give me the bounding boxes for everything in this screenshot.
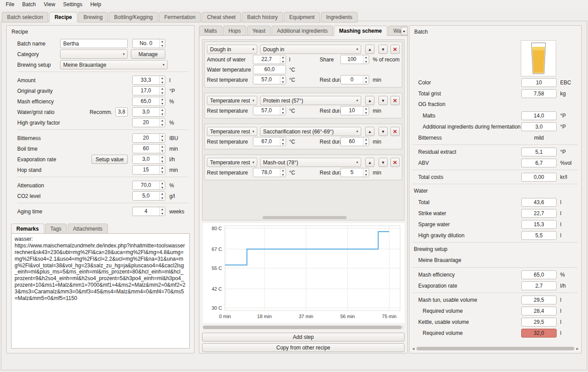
boil-time-spinbox-up-arrow-icon[interactable]: ▴ (160, 144, 165, 149)
amount-spinbox-down-arrow-icon[interactable]: ▾ (160, 80, 165, 85)
aging-time-spinbox[interactable]: 4▴▾ (132, 207, 165, 216)
rest-temperature-spinbox-value[interactable]: 67,0 (253, 137, 280, 146)
hop-stand-spinbox[interactable]: 15▴▾ (132, 165, 165, 175)
rest-temperature-spinbox-value[interactable]: 78,0 (253, 168, 280, 177)
bitterness-spinbox-up-arrow-icon[interactable]: ▴ (160, 134, 165, 138)
step-preset-select[interactable]: Dough in▾ (260, 45, 361, 54)
add-step-button[interactable]: Add step (202, 333, 405, 342)
amount-of-water-spinbox[interactable]: 22,7▴▾ (253, 55, 286, 64)
rest-temperature-spinbox[interactable]: 78,0▴▾ (253, 168, 286, 177)
rest-temperature-spinbox-up-arrow-icon[interactable]: ▴ (280, 106, 286, 111)
category-select[interactable]: ▾ (60, 49, 128, 59)
delete-step-button[interactable]: ✕ (390, 127, 400, 136)
mash-tun-usable-volume-field[interactable]: 29,5 (521, 296, 557, 304)
rest-temperature-spinbox[interactable]: 67,0▴▾ (253, 137, 286, 146)
amount-spinbox-up-arrow-icon[interactable]: ▴ (160, 76, 165, 80)
menu-settings[interactable]: Settings (59, 0, 86, 9)
tab-recipe[interactable]: Recipe (49, 12, 77, 23)
water-grist-ratio-spinbox[interactable]: 3,0▴▾ (132, 107, 165, 117)
tab-scroll-right-button[interactable]: ▸ (401, 27, 408, 35)
original-gravity-spinbox[interactable]: 17,0▴▾ (132, 86, 165, 95)
scrollbar-track[interactable] (416, 347, 574, 350)
step-type-select[interactable]: Temperature rest▾ (207, 127, 257, 136)
tab-fermentation[interactable]: Fermentation (159, 12, 201, 23)
rest-duration-spinbox-up-arrow-icon[interactable]: ▴ (363, 106, 369, 111)
hop-stand-spinbox-down-arrow-icon[interactable]: ▾ (160, 170, 165, 175)
tab-batch-history[interactable]: Batch history (242, 12, 283, 23)
batch-no-spinbox-down-arrow-icon[interactable]: ▾ (160, 44, 165, 48)
share-spinbox-up-arrow-icon[interactable]: ▴ (363, 55, 369, 60)
tab-bottling-kegging[interactable]: Bottling/Kegging (109, 12, 158, 23)
rest-duration-spinbox-down-arrow-icon[interactable]: ▾ (363, 173, 369, 177)
menu-help[interactable]: Help (86, 0, 105, 9)
tab-brewing[interactable]: Brewing (78, 12, 108, 23)
aging-time-spinbox-down-arrow-icon[interactable]: ▾ (160, 212, 165, 216)
batch-no-spinbox[interactable]: No. 0▴▾ (132, 39, 165, 48)
rest-temperature-spinbox-value[interactable]: 57,0 (253, 106, 280, 115)
original-gravity-spinbox-down-arrow-icon[interactable]: ▾ (160, 91, 165, 95)
batch-name-input[interactable] (60, 39, 128, 48)
step-preset-select[interactable]: Saccharification rest (66°-69°)▾ (260, 127, 361, 136)
mash-efficiency-field[interactable]: 65,0 (521, 270, 557, 279)
rest-temperature-spinbox[interactable]: 57,0▴▾ (253, 106, 286, 115)
share-spinbox-value[interactable]: 100 (341, 55, 363, 64)
move-step-down-button[interactable]: ▼ (378, 96, 388, 105)
tab-attachments[interactable]: Attachments (68, 224, 108, 234)
original-gravity-spinbox-value[interactable]: 17,0 (133, 87, 159, 95)
rest-temperature-spinbox-down-arrow-icon[interactable]: ▾ (280, 80, 286, 84)
scrollbar-thumb[interactable] (203, 326, 401, 329)
mash-efficiency-spinbox[interactable]: 65,0▴▾ (132, 97, 165, 106)
hop-stand-spinbox-up-arrow-icon[interactable]: ▴ (160, 166, 165, 170)
chart-horizontal-scrollbar[interactable] (203, 326, 404, 329)
batch-no-spinbox-up-arrow-icon[interactable]: ▴ (160, 39, 165, 44)
delete-step-button[interactable]: ✕ (390, 96, 400, 105)
malts-field[interactable]: 14,0 (521, 111, 557, 120)
required-volume-field[interactable]: 28,4 (521, 307, 557, 315)
delete-step-button[interactable]: ✕ (390, 158, 400, 167)
summary-horizontal-scrollbar[interactable]: ◂ ▸ (411, 346, 580, 351)
batch-no-spinbox-value[interactable]: No. 0 (133, 39, 159, 48)
strike-water-field[interactable]: 22,7 (521, 209, 557, 218)
rest-temperature-spinbox-down-arrow-icon[interactable]: ▾ (280, 142, 286, 146)
amount-of-water-spinbox-value[interactable]: 22,7 (253, 55, 280, 64)
water-grist-ratio-spinbox-value[interactable]: 3,0 (133, 108, 159, 116)
water-grist-ratio-spinbox-down-arrow-icon[interactable]: ▾ (160, 112, 165, 117)
tab-batch-selection[interactable]: Batch selection (2, 12, 48, 23)
rest-duration-spinbox[interactable]: 10▴▾ (340, 106, 369, 115)
rest-duration-spinbox-value[interactable]: 5 (341, 168, 363, 177)
high-gravity-dilution-field[interactable]: 5,5 (521, 231, 557, 240)
rest-duration-spinbox-value[interactable]: 10 (341, 106, 363, 115)
tab-equipment[interactable]: Equipment (284, 12, 320, 23)
rest-duration-spinbox-up-arrow-icon[interactable]: ▴ (363, 76, 369, 80)
step-preset-select[interactable]: Protein rest (57°)▾ (260, 96, 361, 105)
mash-efficiency-spinbox-value[interactable]: 65,0 (133, 97, 159, 106)
remarks-textarea[interactable]: wasser: https://www.maischemalzundmehr.d… (11, 233, 190, 349)
co2-level-spinbox-down-arrow-icon[interactable]: ▾ (160, 196, 165, 201)
move-step-up-button[interactable]: ▲ (365, 158, 374, 167)
scrollbar-thumb[interactable] (416, 347, 574, 350)
total-grist-field[interactable]: 7,58 (521, 89, 557, 98)
kettle-usable-volume-field[interactable]: 29,5 (521, 318, 557, 326)
menu-file[interactable]: File (2, 0, 18, 9)
tab-hops[interactable]: Hops (223, 26, 246, 36)
tab-mashing-scheme[interactable]: Mashing scheme (334, 26, 387, 36)
attenuation-spinbox-down-arrow-icon[interactable]: ▾ (160, 186, 165, 190)
bitterness-spinbox-down-arrow-icon[interactable]: ▾ (160, 138, 165, 143)
water-temperature-input[interactable]: 60,0 (253, 65, 286, 74)
rest-temperature-spinbox-up-arrow-icon[interactable]: ▴ (280, 76, 286, 80)
share-spinbox-down-arrow-icon[interactable]: ▾ (363, 60, 369, 64)
sparge-water-field[interactable]: 15,3 (521, 220, 557, 229)
rest-duration-spinbox-down-arrow-icon[interactable]: ▾ (363, 80, 369, 84)
evaporation-rate-spinbox[interactable]: 3,0▴▾ (132, 155, 165, 164)
scroll-right-arrow-icon[interactable]: ▸ (575, 346, 580, 351)
hop-stand-spinbox-value[interactable]: 15 (133, 166, 159, 174)
total-field[interactable]: 43,6 (521, 198, 557, 207)
water-grist-ratio-spinbox-up-arrow-icon[interactable]: ▴ (160, 108, 165, 112)
amount-spinbox[interactable]: 33,3▴▾ (132, 76, 165, 85)
original-gravity-spinbox-up-arrow-icon[interactable]: ▴ (160, 87, 165, 91)
bitterness-spinbox[interactable]: 20▴▾ (132, 133, 165, 143)
co2-level-spinbox-up-arrow-icon[interactable]: ▴ (160, 192, 165, 196)
rest-duration-spinbox-value[interactable]: 0 (341, 76, 363, 84)
aging-time-spinbox-up-arrow-icon[interactable]: ▴ (160, 207, 165, 212)
tab-remarks[interactable]: Remarks (11, 224, 44, 234)
